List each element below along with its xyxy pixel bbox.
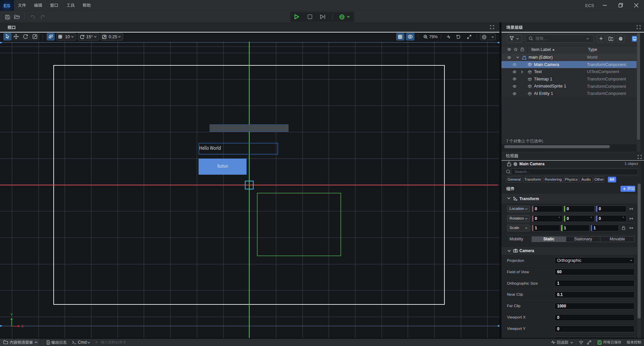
svg-text:Y: Y — [10, 312, 13, 316]
svg-text:X: X — [21, 324, 24, 328]
